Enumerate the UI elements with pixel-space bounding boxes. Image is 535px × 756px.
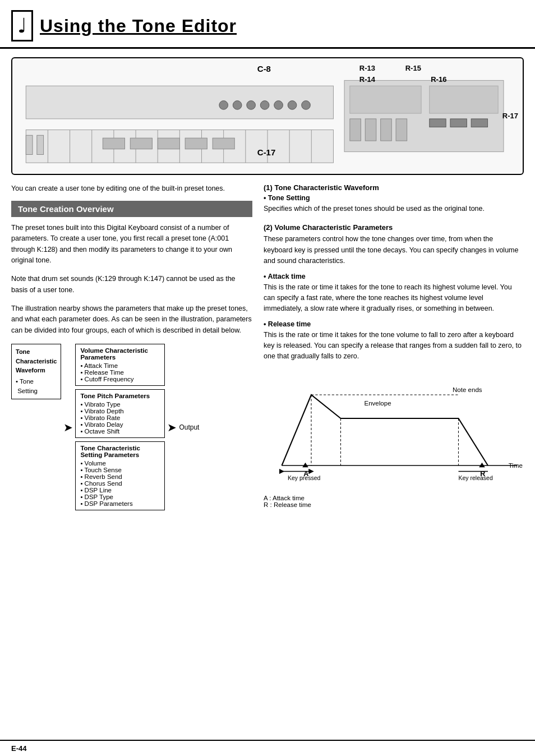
setting-list: Volume Touch Sense Reverb Send Chorus Se… [80,460,160,507]
setting-list-item: Reverb Send [80,473,160,480]
setting-list-item: Chorus Send [80,480,160,487]
volume-list-item: Release Time [80,369,160,376]
param-box-volume: Volume CharacteristicParameters Attack T… [75,344,165,386]
svg-rect-12 [365,119,376,141]
svg-rect-32 [26,135,33,154]
section1-subtitle: Tone Setting [264,194,524,202]
arrow-output: ➤ [167,421,177,434]
label-r15: R-15 [405,64,421,72]
svg-text:Key pressed: Key pressed [288,474,321,481]
page-header: ♩ Using the Tone Editor [0,0,535,49]
svg-rect-33 [37,135,44,154]
volume-box-title: Volume CharacteristicParameters [80,347,160,361]
param-box-setting: Tone CharacteristicSetting Parameters Vo… [75,441,165,510]
svg-rect-37 [185,138,207,149]
legend: A : Attack time R : Release time [264,495,524,508]
svg-rect-36 [158,138,179,149]
overview-body2: Note that drum set sounds (K:129 through… [11,274,252,296]
svg-rect-35 [130,138,152,149]
page-footer: E-44 [0,740,535,756]
pitch-list-item: Vibrato Rate [80,414,160,421]
setting-list-item: DSP Line [80,487,160,494]
envelope-svg: Note ends Envelope Time A R Key pressed … [264,371,524,489]
page-number: E-44 [11,744,26,753]
svg-point-6 [288,101,297,110]
left-box-title: ToneCharacteristicWaveform [16,347,57,375]
setting-list-item: Volume [80,460,160,467]
main-content: You can create a user tone by editing on… [0,183,535,510]
music-icon: ♩ [11,10,33,42]
attack-title: Attack time [264,273,524,280]
pitch-list-item: Octave Shift [80,428,160,435]
label-r13: R-13 [359,64,375,72]
label-c8: C-8 [257,64,271,73]
left-box: ToneCharacteristicWaveform • Tone Settin… [11,344,61,399]
svg-point-5 [274,101,283,110]
section2-body: These parameters control how the tone ch… [264,234,524,266]
svg-text:Key released: Key released [459,474,493,481]
page-title: Using the Tone Editor [40,16,237,36]
attack-body: This is the rate or time it takes for th… [264,282,524,315]
left-column: You can create a user tone by editing on… [11,183,252,510]
svg-text:Time: Time [509,462,523,469]
release-title: Release time [264,320,524,328]
label-r17: R-17 [502,112,518,120]
volume-list-item: Cutoff Frequency [80,376,160,382]
svg-rect-9 [350,86,421,113]
svg-text:Note ends: Note ends [453,386,482,393]
left-box-item: • Tone Setting [16,377,57,397]
svg-point-7 [302,101,311,110]
label-c17: C-17 [257,147,276,157]
volume-list: Attack Time Release Time Cutoff Frequenc… [80,362,160,382]
setting-box-title: Tone CharacteristicSetting Parameters [80,445,160,458]
center-col: Volume CharacteristicParameters Attack T… [75,344,165,510]
pitch-list: Vibrato Type Vibrato Depth Vibrato Rate … [80,401,160,435]
svg-rect-14 [396,119,407,141]
svg-point-2 [233,101,242,110]
section-heading: Tone Creation Overview [11,201,252,217]
label-r14: R-14 [359,75,375,84]
svg-marker-48 [302,463,308,467]
svg-rect-0 [26,86,333,119]
keyboard-diagram: C-8 R-13 R-15 R-14 R-16 R-17 C-17 [11,57,524,175]
envelope-container: Note ends Envelope Time A R Key pressed … [264,371,524,489]
arrow-right: ➤ [63,421,73,434]
svg-rect-10 [430,86,498,113]
overview-body1: The preset tones built into this Digital… [11,223,252,266]
intro-text: You can create a user tone by editing on… [11,183,252,194]
pitch-list-item: Vibrato Type [80,401,160,408]
pitch-list-item: Vibrato Depth [80,408,160,414]
param-box-pitch: Tone Pitch Parameters Vibrato Type Vibra… [75,389,165,438]
setting-list-item: DSP Parameters [80,500,160,507]
section1-body: Specifies which of the preset tones shou… [264,204,524,214]
setting-list-item: Touch Sense [80,467,160,473]
section1-title: (1) Tone Characteristic Waveform [264,183,524,192]
svg-rect-13 [381,119,392,141]
svg-text:Envelope: Envelope [365,400,391,407]
section-2: (2) Volume Characteristic Parameters The… [264,223,524,362]
svg-rect-34 [103,138,124,149]
section-1: (1) Tone Characteristic Waveform Tone Se… [264,183,524,214]
legend-a: A : Attack time [264,495,524,501]
setting-list-item: DSP Type [80,494,160,500]
pitch-box-title: Tone Pitch Parameters [80,393,160,399]
overview-body3: The illustration nearby shows the parame… [11,303,252,336]
legend-r: R : Release time [264,501,524,508]
svg-rect-16 [450,119,467,127]
output-label: Output [179,423,199,431]
svg-rect-15 [430,119,446,127]
svg-point-3 [247,101,256,110]
right-column: (1) Tone Characteristic Waveform Tone Se… [264,183,524,510]
svg-rect-17 [471,119,487,127]
volume-list-item: Attack Time [80,362,160,369]
svg-point-4 [260,101,269,110]
svg-marker-50 [479,463,485,467]
section2-title: (2) Volume Characteristic Parameters [264,223,524,232]
svg-rect-38 [213,138,234,149]
label-r16: R-16 [431,75,446,84]
pitch-list-item: Vibrato Delay [80,421,160,428]
param-diagram: ToneCharacteristicWaveform • Tone Settin… [11,344,252,510]
svg-rect-11 [350,119,361,141]
svg-point-1 [219,101,228,110]
release-body: This is the rate or time it takes for th… [264,330,524,362]
